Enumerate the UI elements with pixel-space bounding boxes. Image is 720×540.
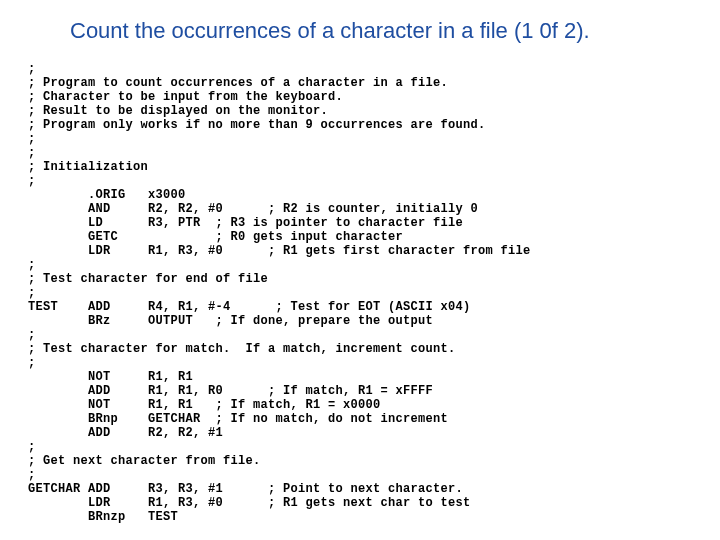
code-listing: ; ; Program to count occurrences of a ch… bbox=[0, 48, 720, 524]
slide-title: Count the occurrences of a character in … bbox=[0, 0, 720, 48]
